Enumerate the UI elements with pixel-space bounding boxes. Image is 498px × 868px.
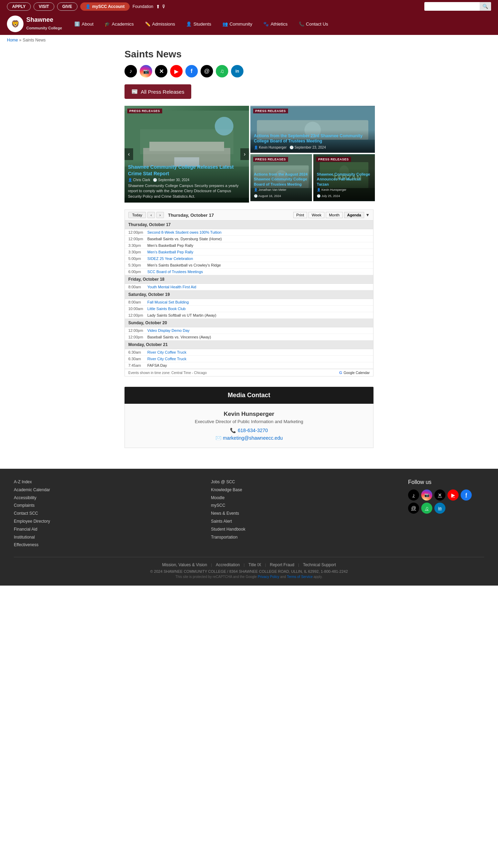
- media-contact-header: Media Contact: [124, 387, 374, 404]
- footer-link[interactable]: Student Handbook: [211, 526, 394, 532]
- breadcrumb-home[interactable]: Home: [7, 38, 18, 43]
- footer-link[interactable]: Jobs @ SCC: [211, 479, 394, 485]
- table-row: 6:00pm SCC Board of Trustees Meetings: [125, 269, 373, 275]
- news-bottom-left[interactable]: PRESS RELEASES Actions from the August 2…: [250, 154, 312, 201]
- cal-event-link[interactable]: SIDEZ 25 Year Celebration: [147, 256, 193, 261]
- footer-social-linkedin[interactable]: in: [434, 503, 445, 514]
- footer-link[interactable]: Institutional: [14, 534, 197, 540]
- cal-event-link[interactable]: Little Saints Book Club: [147, 307, 186, 311]
- footer-social-threads[interactable]: @: [408, 503, 419, 514]
- news-side-top[interactable]: PRESS RELEASES Actions from the Septembe…: [250, 106, 375, 153]
- cal-event-link[interactable]: River City Coffee Truck: [147, 350, 186, 354]
- myscc-button[interactable]: 👤 mySCC Account: [80, 2, 130, 11]
- google-calendar-link[interactable]: G Google Calendar: [339, 371, 370, 375]
- nav-item-contact[interactable]: 📞 Contact Us: [293, 15, 334, 34]
- social-x[interactable]: ✕: [155, 65, 167, 77]
- cal-month-button[interactable]: Month: [326, 212, 343, 218]
- footer-link[interactable]: Financial Aid: [14, 526, 197, 532]
- bottom-left-badge: PRESS RELEASES: [253, 157, 288, 162]
- footer-link[interactable]: Accessibility: [14, 495, 197, 501]
- cal-event-link[interactable]: Fall Musical Set Building: [147, 300, 189, 304]
- footer-social-youtube[interactable]: ▶: [448, 489, 459, 501]
- footer-link-employee-directory[interactable]: Employee Directory: [14, 519, 197, 524]
- footer-techsupport-link[interactable]: Technical Support: [303, 562, 336, 567]
- footer-link[interactable]: News & Events: [211, 511, 394, 516]
- logo-text-group: ShawneeCommunity College: [26, 16, 62, 31]
- footer-follow-title: Follow us: [408, 479, 484, 485]
- table-row: 12:00pm Baseball Saints vs. Vincennes (A…: [125, 334, 373, 340]
- news-prev-button[interactable]: ‹: [124, 148, 133, 160]
- social-youtube[interactable]: ▶: [170, 65, 183, 77]
- nav-logo[interactable]: 🦁 ShawneeCommunity College: [7, 13, 62, 35]
- media-phone-link[interactable]: 618-634-3270: [238, 428, 268, 433]
- cal-week-button[interactable]: Week: [308, 212, 324, 218]
- media-email-link[interactable]: marketing@shawneecc.edu: [223, 435, 283, 441]
- cal-event-link[interactable]: River City Coffee Truck: [147, 357, 186, 361]
- phone-icon: 📞: [230, 428, 236, 433]
- cal-event-link[interactable]: Video Display Demo Day: [147, 328, 190, 333]
- footer-link[interactable]: Moodle: [211, 495, 394, 501]
- foundation-link[interactable]: Foundation: [132, 4, 153, 9]
- cal-print-button[interactable]: Print: [293, 212, 307, 218]
- press-releases-button[interactable]: 📰 All Press Releases: [124, 84, 191, 99]
- media-contact-name: Kevin Hunsperger: [132, 411, 366, 418]
- nav-item-academics[interactable]: 🎓 Academics: [99, 15, 139, 34]
- table-row: 12:00pm Video Display Demo Day: [125, 327, 373, 334]
- footer-social-tiktok[interactable]: ♪: [408, 489, 419, 501]
- search-input[interactable]: [424, 3, 480, 10]
- nav-item-students[interactable]: 👤 Students: [181, 15, 216, 34]
- cal-event-link[interactable]: Second 8-Week Student owes 100% Tuition: [147, 230, 221, 234]
- calendar: Today ‹ › Thursday, October 17 Print Wee…: [124, 209, 374, 376]
- footer-link[interactable]: Transportation: [211, 534, 394, 540]
- nav-item-admissions[interactable]: ✏️ Admissions: [139, 15, 181, 34]
- cal-today-button[interactable]: Today: [128, 212, 146, 218]
- footer-titleix-link[interactable]: Title IX: [248, 562, 261, 567]
- footer-link[interactable]: mySCC: [211, 503, 394, 508]
- footer-link[interactable]: Knowledge Base: [211, 487, 394, 493]
- bottom-left-title: Actions from the August 2024 Shawnee Com…: [254, 172, 308, 187]
- footer-social-spotify[interactable]: ♫: [421, 503, 432, 514]
- footer-reportfraud-link[interactable]: Report Fraud: [270, 562, 294, 567]
- nav-bar: 🦁 ShawneeCommunity College ℹ️ About 🎓 Ac…: [0, 13, 498, 35]
- footer-tos-link[interactable]: Terms of Service: [287, 575, 313, 579]
- cal-event-link[interactable]: SCC Board of Trustees Meetings: [147, 270, 203, 274]
- breadcrumb-separator: »: [19, 38, 21, 43]
- cal-prev-button[interactable]: ‹: [147, 212, 155, 218]
- footer-link[interactable]: Complaints: [14, 503, 197, 508]
- footer-social-instagram[interactable]: 📷: [421, 489, 432, 501]
- side-top-title: Actions from the September 23rd Shawnee …: [254, 133, 371, 144]
- cal-event-link[interactable]: Men's Basketball Pep Rally: [147, 250, 193, 254]
- news-main-article[interactable]: ‹ PRESS RELEASES Shawnee Community Colle…: [124, 106, 249, 203]
- give-button[interactable]: GIVE: [57, 2, 77, 11]
- cal-settings-icon[interactable]: ▼: [366, 213, 370, 217]
- nav-item-about[interactable]: ℹ️ About: [69, 15, 99, 34]
- table-row: 3:30pm Men's Basketball Pep Rally: [125, 242, 373, 249]
- footer-link[interactable]: A-Z Index: [14, 479, 197, 485]
- cal-next-button[interactable]: ›: [156, 212, 164, 218]
- social-linkedin[interactable]: in: [231, 65, 243, 77]
- social-spotify[interactable]: ♫: [216, 65, 228, 77]
- footer-social-facebook[interactable]: f: [461, 489, 472, 501]
- cal-day-monday: Monday, October 21: [125, 340, 373, 349]
- footer-privacy-link[interactable]: Privacy Policy: [258, 575, 279, 579]
- footer-link[interactable]: Contact SCC: [14, 511, 197, 516]
- social-threads[interactable]: @: [201, 65, 213, 77]
- social-tiktok[interactable]: ♪: [124, 65, 137, 77]
- search-button[interactable]: 🔍: [480, 2, 491, 11]
- visit-button[interactable]: VISIT: [34, 2, 54, 11]
- nav-item-athletics[interactable]: 🐾 Athletics: [258, 15, 293, 34]
- news-bottom-right[interactable]: TARZAN PRESS RELEASES Shawnee Community …: [313, 154, 375, 201]
- cal-event-link[interactable]: Youth Mental Health First Aid: [147, 285, 196, 289]
- footer-link[interactable]: Academic Calendar: [14, 487, 197, 493]
- footer-mission-link[interactable]: Mission, Values & Vision: [162, 562, 207, 567]
- nav-item-community[interactable]: 👥 Community: [217, 15, 258, 34]
- footer-link[interactable]: Saints Alert: [211, 519, 394, 524]
- footer-accreditation-link[interactable]: Accreditation: [216, 562, 240, 567]
- apply-button[interactable]: APPLY: [7, 2, 31, 11]
- social-facebook[interactable]: f: [185, 65, 198, 77]
- social-instagram[interactable]: 📷: [140, 65, 152, 77]
- cal-agenda-button[interactable]: Agenda: [344, 212, 364, 218]
- footer-social-x[interactable]: ✕: [434, 489, 445, 501]
- news-next-button[interactable]: ›: [240, 148, 249, 160]
- footer-link-effectiveness[interactable]: Effectiveness: [14, 542, 197, 548]
